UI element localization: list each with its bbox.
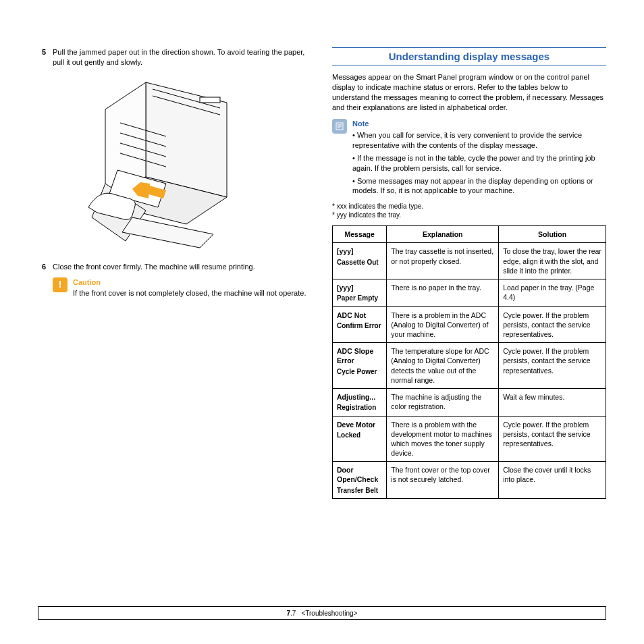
note-bullet: • Some messages may not appear in the di… (352, 176, 606, 196)
cell-explanation: There is a problem in the ADC (Analog to… (387, 306, 499, 343)
svg-rect-5 (200, 97, 220, 103)
cell-solution: Cycle power. If the problem persists, co… (499, 306, 606, 343)
table-row: ADC NotConfirm ErrorThere is a problem i… (333, 306, 606, 343)
cell-solution: To close the tray, lower the rear edge, … (499, 243, 606, 279)
th-message: Message (333, 226, 387, 243)
intro-text: Messages appear on the Smart Panel progr… (332, 72, 606, 112)
left-column: 5 Pull the jammed paper out in the direc… (38, 47, 308, 499)
step-text: Close the front cover firmly. The machin… (53, 262, 308, 272)
page-number: 7.7 (287, 610, 296, 617)
cell-solution: Load paper in the tray. (Page 4.4) (499, 279, 606, 306)
th-solution: Solution (499, 226, 606, 243)
cell-solution: Close the cover until it locks into plac… (499, 462, 606, 499)
cell-solution: Cycle power. If the problem persists, co… (499, 343, 606, 389)
note-title: Note (352, 119, 606, 129)
step-text: Pull the jammed paper out in the directi… (53, 47, 308, 68)
table-row: ADC Slope ErrorCycle PowerThe temperatur… (333, 343, 606, 389)
cell-solution: Wait a few minutes. (499, 388, 606, 416)
step-number: 6 (38, 262, 46, 272)
cell-message: [yyy]Paper Empty (333, 279, 387, 306)
cell-explanation: The machine is adjusting the color regis… (387, 388, 499, 416)
table-row: Door Open/CheckTransfer BeltThe front co… (333, 462, 606, 499)
cell-explanation: The tray cassette is not inserted, or no… (387, 243, 499, 279)
caution-text: If the front cover is not completely clo… (73, 288, 308, 298)
table-header-row: Message Explanation Solution (333, 226, 606, 243)
note-icon (332, 119, 347, 134)
cell-message: Door Open/CheckTransfer Belt (333, 462, 387, 499)
chapter-name: <Troubleshooting> (301, 610, 357, 617)
cell-explanation: There is no paper in the tray. (387, 279, 499, 306)
footnote: * xxx indicates the media type. (332, 203, 606, 210)
cell-explanation: There is a problem with the development … (387, 416, 499, 462)
right-column: Understanding display messages Messages … (332, 47, 606, 499)
caution-icon: ! (53, 277, 68, 292)
table-row: Deve MotorLockedThere is a problem with … (333, 416, 606, 462)
cell-explanation: The front cover or the top cover is not … (387, 462, 499, 499)
table-row: [yyy]Paper EmptyThere is no paper in the… (333, 279, 606, 306)
step-6: 6 Close the front cover firmly. The mach… (38, 262, 308, 272)
page-footer: 7.7 <Troubleshooting> (38, 606, 606, 620)
cell-explanation: The temperature slope for ADC (Analog to… (387, 343, 499, 389)
step-5: 5 Pull the jammed paper out in the direc… (38, 47, 308, 68)
note-bullet: • When you call for service, it is very … (352, 130, 606, 151)
th-explanation: Explanation (387, 226, 499, 243)
messages-table: Message Explanation Solution [yyy]Casset… (332, 225, 606, 499)
table-row: [yyy]Cassette OutThe tray cassette is no… (333, 243, 606, 279)
footnote: * yyy indicates the tray. (332, 211, 606, 219)
cell-message: ADC NotConfirm Error (333, 306, 387, 343)
caution-callout: ! Caution If the front cover is not comp… (53, 277, 308, 299)
table-row: Adjusting...RegistrationThe machine is a… (333, 388, 606, 416)
cell-solution: Cycle power. If the problem persists, co… (499, 416, 606, 462)
section-title: Understanding display messages (332, 47, 606, 65)
caution-title: Caution (73, 277, 308, 288)
cell-message: Deve MotorLocked (333, 416, 387, 462)
note-bullet: • If the message is not in the table, cy… (352, 153, 606, 173)
cell-message: ADC Slope ErrorCycle Power (333, 343, 387, 389)
step-number: 5 (38, 47, 46, 68)
note-callout: Note • When you call for service, it is … (332, 119, 606, 198)
cell-message: Adjusting...Registration (333, 388, 387, 416)
printer-illustration (85, 76, 261, 251)
svg-marker-11 (122, 217, 213, 248)
cell-message: [yyy]Cassette Out (333, 243, 387, 279)
